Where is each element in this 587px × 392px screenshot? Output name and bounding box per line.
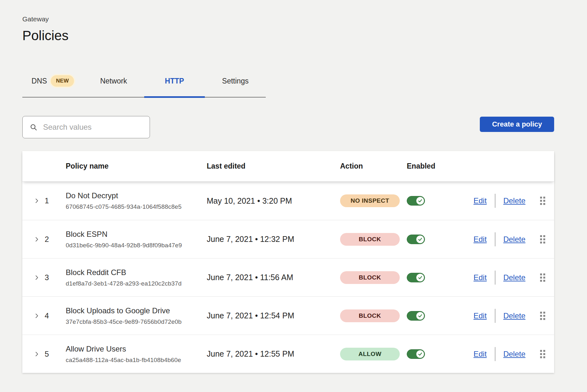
action-badge: BLOCK (340, 271, 400, 284)
edit-link[interactable]: Edit (473, 273, 487, 282)
policy-name: Block Reddit CFB (66, 268, 207, 277)
tab-network-label: Network (100, 77, 127, 85)
tab-dns[interactable]: DNS NEW (22, 75, 83, 97)
policy-uuid: 67068745-c075-4685-934a-1064f588c8e5 (66, 203, 207, 210)
action-cell: BLOCK (340, 309, 407, 322)
check-icon (418, 275, 422, 280)
toolbar: Create a policy (22, 116, 554, 138)
check-icon (418, 237, 422, 242)
column-header-enabled: Enabled (407, 162, 471, 171)
policy-uuid: 37e7cbfa-85b3-45ce-9e89-7656b0d72e0b (66, 318, 207, 325)
policy-name-cell: Allow Drive Users ca25a488-112a-45ac-ba1… (66, 345, 207, 364)
chevron-right-icon (33, 351, 40, 357)
row-order-number: 4 (45, 311, 66, 320)
delete-link[interactable]: Delete (503, 196, 525, 205)
chevron-right-icon (33, 198, 40, 204)
page-title: Policies (22, 28, 587, 43)
action-badge: ALLOW (340, 348, 400, 360)
policy-table: Policy name Last edited Action Enabled 1… (22, 151, 554, 373)
toggle-knob (416, 274, 424, 281)
new-badge: NEW (51, 75, 74, 87)
create-policy-button[interactable]: Create a policy (480, 117, 554, 132)
column-header-last-edited: Last edited (207, 162, 340, 171)
enabled-cell (407, 235, 471, 244)
row-order-number: 3 (45, 273, 66, 282)
edit-link[interactable]: Edit (473, 311, 487, 320)
delete-link[interactable]: Delete (503, 311, 525, 320)
tab-settings[interactable]: Settings (205, 75, 266, 97)
expand-row-button[interactable] (32, 196, 41, 206)
column-header-action: Action (340, 162, 407, 171)
drag-handle[interactable] (540, 197, 545, 205)
policy-uuid: ca25a488-112a-45ac-ba1b-fb4108b4b60e (66, 357, 207, 364)
policy-name: Block ESPN (66, 230, 207, 239)
action-cell: NO INSPECT (340, 194, 407, 207)
enabled-toggle[interactable] (407, 235, 425, 244)
edit-link[interactable]: Edit (473, 350, 487, 359)
policy-name-cell: Block ESPN 0d31be6c-9b90-48a4-92b8-9d8f0… (66, 230, 207, 249)
tab-bar: DNS NEW Network HTTP Settings (22, 75, 266, 98)
table-header-row: Policy name Last edited Action Enabled (22, 151, 554, 182)
row-actions: Edit Delete (471, 309, 545, 323)
table-row: 4 Block Uploads to Google Drive 37e7cbfa… (22, 296, 554, 335)
enabled-toggle[interactable] (407, 311, 425, 321)
enabled-toggle[interactable] (407, 349, 425, 359)
tab-dns-label: DNS (32, 77, 47, 85)
action-divider (495, 194, 495, 208)
chevron-right-icon (33, 236, 40, 243)
policy-uuid: 0d31be6c-9b90-48a4-92b8-9d8f09ba47e9 (66, 242, 207, 249)
policy-table-body: 1 Do Not Decrypt 67068745-c075-4685-934a… (22, 182, 554, 373)
expand-row-button[interactable] (32, 235, 41, 244)
last-edited-cell: May 10, 2021 • 3:20 PM (207, 196, 340, 206)
action-divider (495, 232, 495, 246)
row-actions: Edit Delete (471, 232, 545, 246)
delete-link[interactable]: Delete (503, 350, 525, 359)
last-edited-cell: June 7, 2021 • 12:54 PM (207, 311, 340, 320)
drag-handle[interactable] (540, 350, 545, 358)
last-edited-cell: June 7, 2021 • 12:55 PM (207, 349, 340, 359)
action-cell: ALLOW (340, 348, 407, 360)
action-badge: BLOCK (340, 233, 400, 246)
column-header-policy-name: Policy name (66, 162, 207, 171)
delete-link[interactable]: Delete (503, 235, 525, 244)
search-input[interactable] (42, 122, 143, 132)
row-order-number: 1 (45, 196, 66, 205)
edit-link[interactable]: Edit (473, 235, 487, 244)
drag-handle[interactable] (540, 312, 545, 320)
action-divider (495, 347, 495, 361)
action-badge: NO INSPECT (340, 194, 400, 207)
enabled-toggle[interactable] (407, 196, 425, 206)
check-icon (418, 352, 422, 356)
chevron-right-icon (33, 313, 40, 319)
enabled-cell (407, 273, 471, 282)
delete-link[interactable]: Delete (503, 273, 525, 282)
enabled-cell (407, 311, 471, 321)
toggle-knob (416, 197, 424, 205)
check-icon (418, 199, 422, 203)
action-cell: BLOCK (340, 271, 407, 284)
toggle-knob (416, 350, 424, 358)
policy-name: Allow Drive Users (66, 345, 207, 353)
enabled-toggle[interactable] (407, 273, 425, 282)
table-row: 1 Do Not Decrypt 67068745-c075-4685-934a… (22, 182, 554, 220)
last-edited-cell: June 7, 2021 • 12:32 PM (207, 235, 340, 244)
toggle-knob (416, 312, 424, 320)
policy-name-cell: Block Reddit CFB d1ef8a7d-3eb1-4728-a293… (66, 268, 207, 287)
expand-row-button[interactable] (32, 311, 41, 321)
action-divider (495, 309, 495, 323)
action-divider (495, 271, 495, 285)
tab-network[interactable]: Network (83, 75, 144, 97)
toggle-knob (416, 236, 424, 243)
tab-http[interactable]: HTTP (144, 75, 205, 97)
row-actions: Edit Delete (471, 347, 545, 361)
tab-http-label: HTTP (165, 77, 184, 85)
drag-handle[interactable] (540, 273, 545, 282)
action-cell: BLOCK (340, 233, 407, 246)
tab-active-underline (144, 96, 205, 98)
drag-handle[interactable] (540, 235, 545, 243)
expand-row-button[interactable] (32, 273, 41, 282)
breadcrumb-section: Gateway (22, 15, 587, 23)
expand-row-button[interactable] (32, 349, 41, 359)
edit-link[interactable]: Edit (473, 196, 487, 205)
row-actions: Edit Delete (471, 194, 545, 208)
